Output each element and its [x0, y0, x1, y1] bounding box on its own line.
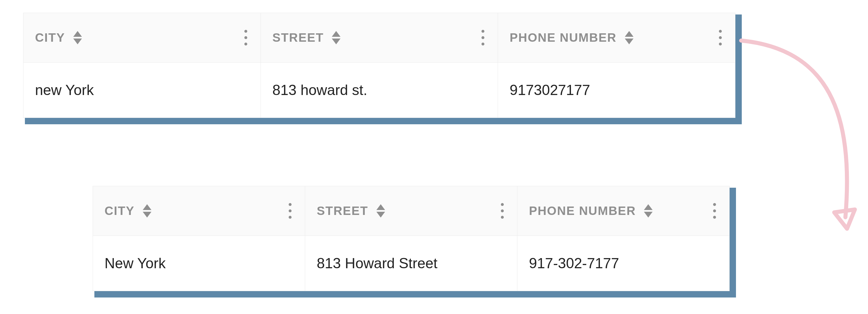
svg-marker-12: [834, 209, 857, 230]
table-row: new York 813 howard st. 9173027177: [24, 63, 735, 118]
after-table: CITY STREET: [93, 186, 730, 291]
table-header-row: CITY STREET: [93, 186, 729, 236]
svg-marker-2: [332, 31, 340, 37]
svg-marker-11: [644, 212, 653, 218]
column-header-label: CITY: [35, 31, 65, 45]
transform-arrow-icon: [724, 38, 860, 240]
cell-street: 813 Howard Street: [305, 236, 517, 291]
column-header-label: CITY: [104, 204, 135, 218]
svg-marker-0: [73, 31, 82, 37]
sort-icon[interactable]: [73, 31, 82, 44]
kebab-icon[interactable]: [480, 28, 486, 47]
cell-phone: 9173027177: [498, 63, 735, 118]
kebab-icon[interactable]: [243, 28, 249, 47]
sort-icon[interactable]: [644, 204, 653, 218]
svg-marker-8: [376, 204, 385, 210]
column-header-phone[interactable]: PHONE NUMBER: [498, 13, 735, 62]
column-header-street[interactable]: STREET: [261, 13, 498, 62]
cell-phone: 917-302-7177: [517, 236, 729, 291]
kebab-icon[interactable]: [717, 28, 723, 47]
sort-icon[interactable]: [332, 31, 340, 44]
cell-city: New York: [93, 236, 305, 291]
column-header-city[interactable]: CITY: [24, 13, 261, 62]
table-header-row: CITY STREET: [24, 13, 735, 63]
table-row: New York 813 Howard Street 917-302-7177: [93, 236, 729, 291]
before-table: CITY STREET: [23, 13, 735, 118]
sort-icon[interactable]: [143, 204, 151, 218]
svg-marker-4: [625, 31, 633, 37]
column-header-label: PHONE NUMBER: [529, 204, 636, 218]
svg-marker-3: [332, 38, 340, 44]
column-header-label: STREET: [317, 204, 368, 218]
column-header-city[interactable]: CITY: [93, 186, 305, 235]
column-header-phone[interactable]: PHONE NUMBER: [517, 186, 729, 235]
sort-icon[interactable]: [625, 31, 633, 44]
cell-city: new York: [24, 63, 261, 118]
column-header-street[interactable]: STREET: [305, 186, 517, 235]
sort-icon[interactable]: [376, 204, 385, 218]
svg-marker-1: [73, 38, 82, 44]
column-header-label: STREET: [273, 31, 324, 45]
kebab-icon[interactable]: [499, 201, 505, 221]
svg-marker-5: [625, 38, 633, 44]
cell-street: 813 howard st.: [261, 63, 498, 118]
kebab-icon[interactable]: [287, 201, 293, 221]
kebab-icon[interactable]: [711, 201, 718, 221]
svg-marker-10: [644, 204, 653, 210]
svg-marker-7: [143, 212, 151, 218]
column-header-label: PHONE NUMBER: [509, 31, 616, 45]
svg-marker-6: [143, 204, 151, 210]
svg-marker-9: [376, 212, 385, 218]
